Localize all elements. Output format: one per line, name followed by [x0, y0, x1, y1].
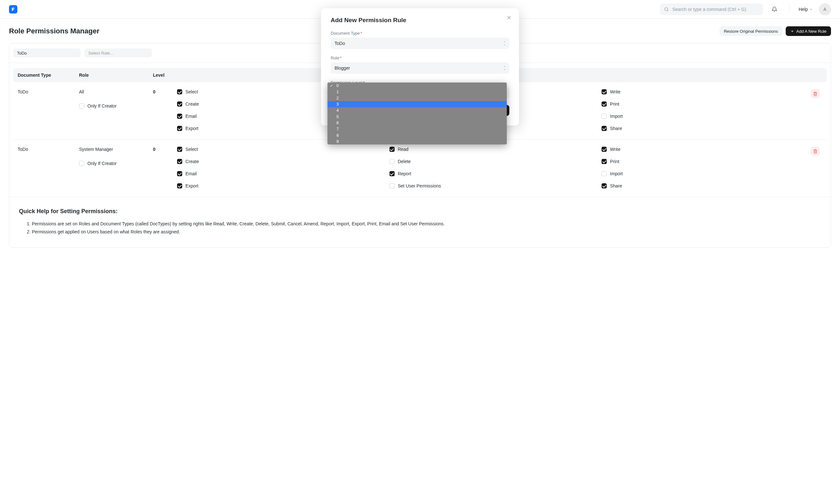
stepper-icon: [503, 65, 506, 71]
dropdown-option-6[interactable]: 6: [327, 120, 507, 126]
dropdown-option-8[interactable]: 8: [327, 132, 507, 138]
modal-title: Add New Permission Rule: [331, 17, 509, 24]
dropdown-option-2[interactable]: 2: [327, 95, 507, 101]
permission-level-dropdown[interactable]: 0123456789: [327, 83, 507, 144]
close-icon: [506, 15, 512, 20]
dropdown-option-3[interactable]: 3: [327, 101, 507, 107]
role-select[interactable]: Blogger: [331, 62, 509, 74]
modal-close-button[interactable]: [506, 15, 512, 21]
dropdown-option-7[interactable]: 7: [327, 126, 507, 132]
dropdown-option-5[interactable]: 5: [327, 113, 507, 120]
dropdown-option-9[interactable]: 9: [327, 138, 507, 144]
doctype-select[interactable]: ToDo: [331, 38, 509, 49]
role-field: Role* Blogger: [331, 56, 509, 74]
dropdown-option-1[interactable]: 1: [327, 89, 507, 95]
doctype-field: Document Type* ToDo: [331, 31, 509, 49]
stepper-icon: [503, 40, 506, 47]
dropdown-option-0[interactable]: 0: [327, 83, 507, 89]
dropdown-option-4[interactable]: 4: [327, 107, 507, 113]
